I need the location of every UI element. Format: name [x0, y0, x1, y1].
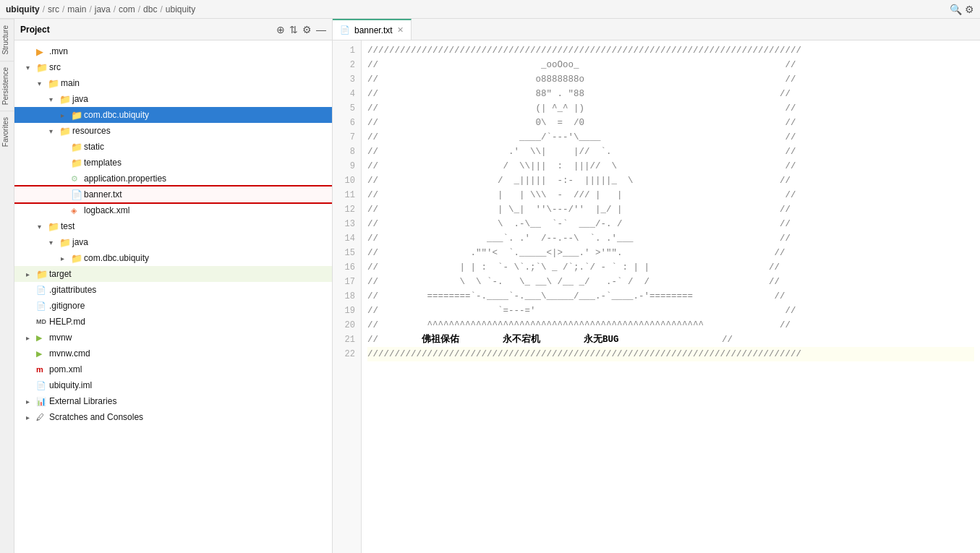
tree-item-mvnw[interactable]: ▶ mvnw: [14, 330, 332, 346]
tree-item-src[interactable]: 📁 src: [14, 59, 332, 75]
tree-item-test-java[interactable]: 📁 java: [14, 234, 332, 250]
tree-item-gitignore[interactable]: 📄 .gitignore: [14, 298, 332, 314]
arrow-src: [26, 64, 36, 72]
tree-item-com-dbc-ubiquity[interactable]: 📁 com.dbc.ubiquity: [14, 107, 332, 123]
breadcrumb-sep-1: /: [43, 4, 45, 14]
folder-icon-java: 📁: [59, 94, 72, 105]
editor-content[interactable]: 1 2 3 4 5 6 7 8 9 10 11 12 13 14 15 16 1…: [333, 40, 980, 553]
tree-item-test[interactable]: 📁 test: [14, 218, 332, 234]
tree-item-templates[interactable]: 📁 templates: [14, 155, 332, 171]
sidebar-sort-icon[interactable]: ⇅: [289, 24, 298, 35]
icon-scratches: 🖊: [36, 413, 49, 421]
breadcrumb-item-main[interactable]: main: [67, 4, 86, 14]
breadcrumb-item-src[interactable]: src: [48, 4, 59, 14]
structure-tab[interactable]: Structure: [0, 19, 14, 61]
arrow-mvnw: [26, 334, 36, 342]
tree-item-gitattributes[interactable]: 📄 .gitattributes: [14, 282, 332, 298]
file-icon-iml: 📄: [36, 381, 49, 390]
left-toolbar: Structure Persistence Favorites: [0, 19, 14, 553]
tab-close-button[interactable]: ✕: [397, 25, 404, 35]
file-icon-banner: 📄: [71, 189, 84, 200]
persistence-tab[interactable]: Persistence: [0, 61, 14, 111]
tree-item-java[interactable]: 📁 java: [14, 91, 332, 107]
code-line-1: ////////////////////////////////////////…: [367, 43, 974, 58]
label-app-props: application.properties: [84, 173, 166, 184]
label-com: com.dbc.ubiquity: [84, 110, 149, 120]
label-ubiquity-iml: ubiquity.iml: [49, 380, 92, 390]
arrow-test-java: [49, 239, 59, 247]
favorites-tab[interactable]: Favorites: [0, 111, 14, 153]
folder-icon-main: 📁: [48, 78, 61, 89]
sidebar-title: Project: [20, 25, 272, 35]
folder-icon-test-com: 📁: [71, 253, 84, 264]
sidebar-globe-icon[interactable]: ⊕: [276, 24, 285, 35]
tree-item-app-props[interactable]: ⚙ application.properties: [14, 171, 332, 187]
code-line-3: // o8888888o //: [367, 72, 974, 87]
editor-tabs: 📄 banner.txt ✕: [333, 19, 980, 40]
code-line-10: // / _||||| -:- |||||_ \ //: [367, 173, 974, 188]
folder-icon-test-java: 📁: [59, 237, 72, 248]
tab-file-icon: 📄: [340, 25, 350, 35]
tree-item-logback[interactable]: ◈ logback.xml: [14, 202, 332, 218]
sidebar-minimize-icon[interactable]: —: [316, 24, 326, 35]
tree-item-scratches[interactable]: 🖊 Scratches and Consoles: [14, 409, 332, 425]
tree-item-target[interactable]: 📁 target: [14, 266, 332, 282]
tree-item-main[interactable]: 📁 main: [14, 75, 332, 91]
tree-item-help-md[interactable]: MD HELP.md: [14, 314, 332, 330]
label-external-libs: External Libraries: [49, 396, 116, 406]
breadcrumb-item-ubiquity2[interactable]: ubiquity: [166, 4, 195, 14]
tab-banner-txt[interactable]: 📄 banner.txt ✕: [333, 19, 412, 40]
breadcrumb-sep-3: /: [89, 4, 91, 14]
line-numbers: 1 2 3 4 5 6 7 8 9 10 11 12 13 14 15 16 1…: [333, 40, 362, 553]
tree-item-ubiquity-iml[interactable]: 📄 ubiquity.iml: [14, 377, 332, 393]
tree-item-resources[interactable]: 📁 resources: [14, 123, 332, 139]
tree-item-mvnw-cmd[interactable]: ▶ mvnw.cmd: [14, 346, 332, 361]
code-line-21: // 佛祖保佑 永不宕机 永无BUG //: [367, 333, 974, 347]
arrow-target: [26, 270, 36, 278]
tree-item-static[interactable]: 📁 static: [14, 139, 332, 155]
label-test-java: java: [72, 237, 88, 247]
folder-icon-static: 📁: [71, 142, 84, 153]
breadcrumb-item-com[interactable]: com: [119, 4, 135, 14]
file-icon-gitattributes: 📄: [36, 286, 49, 295]
code-line-2: // _ooOoo_ //: [367, 58, 974, 72]
arrow-com: [61, 111, 71, 119]
code-line-11: // | | \\\ - /// | | //: [367, 188, 974, 202]
code-line-15: // .""'< `._____<|>___.' >'"". //: [367, 246, 974, 260]
label-gitignore: .gitignore: [49, 301, 85, 311]
tree-item-test-com[interactable]: 📁 com.dbc.ubiquity: [14, 250, 332, 266]
tree-item-mvn[interactable]: ▶ .mvn: [14, 43, 332, 59]
breadcrumb-sep-2: /: [62, 4, 64, 14]
file-icon-app-props: ⚙: [71, 174, 84, 184]
label-static: static: [84, 142, 104, 152]
code-line-5: // (| ^_^ |) //: [367, 101, 974, 116]
arrow-scratches: [26, 413, 36, 421]
label-pom-xml: pom.xml: [49, 364, 82, 374]
breadcrumb-item-ubiquity[interactable]: ubiquity: [6, 4, 40, 14]
label-target: target: [49, 269, 72, 279]
label-src: src: [49, 62, 61, 72]
file-icon-gitignore: 📄: [36, 301, 49, 311]
tree-item-banner-txt[interactable]: 📄 banner.txt: [14, 187, 332, 202]
code-area[interactable]: ////////////////////////////////////////…: [362, 40, 980, 553]
label-test-com: com.dbc.ubiquity: [84, 253, 149, 263]
code-line-20: // ^^^^^^^^^^^^^^^^^^^^^^^^^^^^^^^^^^^^^…: [367, 318, 974, 333]
search-icon[interactable]: 🔍: [950, 4, 962, 15]
settings-icon[interactable]: ⚙: [965, 4, 974, 15]
label-templates: templates: [84, 158, 122, 168]
breadcrumb-item-java[interactable]: java: [95, 4, 111, 14]
tree-item-pom-xml[interactable]: m pom.xml: [14, 361, 332, 377]
sidebar-header: Project ⊕ ⇅ ⚙ —: [14, 19, 332, 40]
code-line-13: // \ .-\__ `-` ___/-. / //: [367, 217, 974, 231]
code-line-19: // `=---=' //: [367, 304, 974, 318]
sidebar-settings-icon[interactable]: ⚙: [302, 24, 312, 35]
breadcrumb-item-dbc[interactable]: dbc: [143, 4, 157, 14]
breadcrumb-sep-6: /: [160, 4, 162, 14]
label-banner-txt: banner.txt: [84, 189, 122, 200]
file-icon-logback: ◈: [71, 206, 84, 215]
tree-item-external-libs[interactable]: 📊 External Libraries: [14, 393, 332, 409]
label-logback: logback.xml: [84, 205, 129, 215]
code-line-8: // .' \\| |// `. //: [367, 145, 974, 159]
file-icon-help-md: MD: [36, 318, 49, 325]
file-icon-mvnw-cmd: ▶: [36, 349, 49, 359]
